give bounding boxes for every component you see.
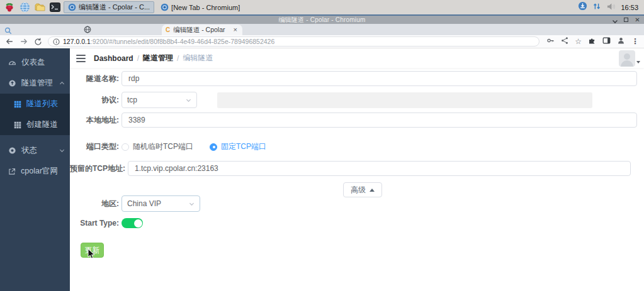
sidebar-item-tunnel-management[interactable]: 隧道管理 [0,73,70,94]
gauge-icon [8,58,16,67]
region-select[interactable]: China VIP [121,195,200,212]
chevron-up-icon [59,80,65,86]
start-type-label: Start Type: [70,219,119,228]
radio-fixed-tcp-port[interactable]: 固定TCP端口 [210,141,266,152]
tab-strip: C 编辑隧道 - Cpolar × [0,24,644,35]
status-icon [8,146,16,155]
address-bar[interactable]: 127.0.0.1:9200/#/tunnels/edit/80f8b8b4-4… [48,36,539,47]
minimize-icon[interactable] [612,17,618,23]
form-row-tunnel-name: 隧道名称: [70,71,644,86]
reserved-address-label: 预留的TCP地址: [70,163,125,174]
url-text: 127.0.0.1:9200/#/tunnels/edit/80f8b8b4-4… [63,38,274,45]
back-icon[interactable] [5,37,14,46]
radio-label: 固定TCP端口 [221,141,266,152]
tab-search-icon[interactable] [4,26,12,37]
sidebar-item-dashboard[interactable]: 仪表盘 [0,52,70,73]
profile-icon[interactable] [617,36,625,47]
chromium-icon [161,3,169,11]
person-placeholder-icon [619,50,635,67]
site-info-icon[interactable] [53,38,60,45]
form-row-local-address: 本地地址: [70,113,644,128]
protocol-label: 协议: [70,95,119,106]
local-address-input[interactable] [121,113,637,128]
port-type-label: 端口类型: [70,141,119,152]
sidebar-item-create-tunnel[interactable]: 创建隧道 [0,114,70,135]
updates-tray-icon[interactable] [578,1,587,13]
side-panel-icon[interactable] [602,36,611,47]
sidebar-label: 仪表盘 [21,57,45,68]
grid-icon [14,101,21,108]
form-row-region: 地区: China VIP [70,195,644,212]
raspberry-menu-icon[interactable] [3,1,16,13]
globe-favicon-icon [84,26,91,33]
window-titlebar[interactable]: 编辑隧道 - Cpolar - Chromium ✕ [0,14,644,24]
grid-icon [14,121,21,129]
advanced-button-label: 高级 [351,185,366,195]
maximize-icon[interactable] [623,17,629,23]
tab-edit-tunnel[interactable]: C 编辑隧道 - Cpolar × [162,25,242,35]
tunnel-name-input[interactable] [121,71,637,86]
browser-menu-icon[interactable]: ⋮ [631,38,639,45]
sidebar-item-tunnel-list[interactable]: 隧道列表 [0,94,70,114]
radio-random-tcp-port[interactable]: 随机临时TCP端口 [121,141,193,152]
extensions-puzzle-icon[interactable] [588,36,596,47]
chevron-down-icon [59,148,65,153]
start-type-toggle[interactable] [121,218,143,228]
web-browser-launcher-icon[interactable] [18,1,31,13]
taskbar-window-label: 编辑隧道 - Cpolar - C... [79,3,150,12]
breadcrumb-dashboard[interactable]: Dashboard [94,54,133,63]
app-navbar: Dashboard / 隧道管理 / 编辑隧道 [70,48,644,68]
close-window-icon[interactable]: ✕ [635,17,640,23]
sidebar-item-status[interactable]: 状态 [0,140,70,161]
radio-circle-icon [210,143,217,151]
sidebar-toggle-icon[interactable] [76,55,86,62]
taskbar-tray: 16:53 [578,1,641,13]
reserved-address-input[interactable] [128,161,631,176]
file-manager-icon[interactable] [33,1,46,13]
chevron-down-icon [186,97,191,103]
bookmark-star-icon[interactable]: ☆ [575,38,582,45]
mouse-cursor-icon [88,248,96,262]
external-link-icon [8,168,16,175]
breadcrumb-current: 编辑隧道 [183,53,213,63]
user-avatar[interactable] [619,50,635,67]
reload-icon[interactable] [34,38,42,46]
network-traffic-icon[interactable] [592,2,601,13]
os-taskbar: 编辑隧道 - Cpolar - C... [New Tab - Chromium… [0,0,644,14]
taskbar-clock[interactable]: 16:53 [621,4,638,11]
sidebar-label: 状态 [21,145,37,156]
volume-icon[interactable] [606,2,616,13]
sidebar-item-cpolar-website[interactable]: cpolar官网 [0,161,70,182]
region-value: China VIP [127,199,161,208]
background-tab[interactable] [15,24,160,35]
sidebar-submenu: 隧道列表 创建隧道 [0,94,70,135]
taskbar-window-newtab[interactable]: [New Tab - Chromium] [157,1,244,13]
breadcrumb: Dashboard / 隧道管理 / 编辑隧道 [94,53,213,63]
form-row-port-type: 端口类型: 随机临时TCP端口 固定TCP端口 [70,141,644,152]
protocol-select[interactable]: tcp [121,92,197,108]
terminal-icon[interactable] [48,1,61,13]
app-sidebar: 仪表盘 隧道管理 隧道列表 创建隧道 状态 [0,48,70,291]
breadcrumb-separator: / [177,54,179,63]
protocol-value: tcp [127,96,137,104]
region-label: 地区: [70,199,119,209]
url-path: :9200/#/tunnels/edit/80f8b8b4-4e49-46d4-… [91,38,275,45]
sidebar-label: cpolar官网 [21,166,58,177]
url-host: 127.0.0.1 [63,38,91,45]
browser-toolbar: 127.0.0.1:9200/#/tunnels/edit/80f8b8b4-4… [0,35,644,48]
share-icon[interactable] [561,36,568,47]
local-address-label: 本地地址: [70,115,119,126]
close-tab-icon[interactable]: × [232,26,239,33]
sidebar-label: 创建隧道 [26,119,58,130]
forward-icon[interactable] [20,37,28,46]
chromium-icon [68,3,76,11]
port-type-radio-group: 随机临时TCP端口 固定TCP端口 [121,141,266,152]
tab-title: 编辑隧道 - Cpolar [173,26,229,35]
breadcrumb-tunnel-management[interactable]: 隧道管理 [143,53,173,63]
taskbar-window-cpolar[interactable]: 编辑隧道 - Cpolar - C... [64,1,154,13]
avatar-caret-icon[interactable] [636,61,640,63]
form-row-protocol: 协议: tcp [70,92,644,108]
radio-circle-icon [121,143,129,151]
cpolar-favicon-icon: C [166,27,170,33]
password-key-icon[interactable] [546,36,555,47]
